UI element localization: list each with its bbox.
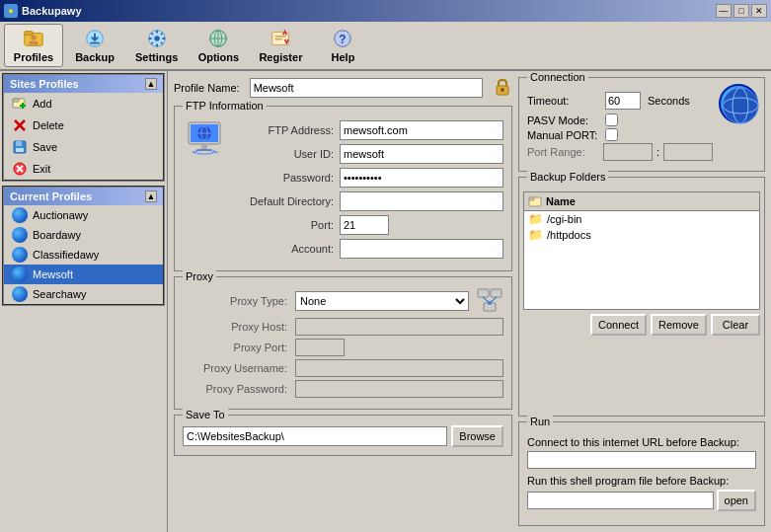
port-label: Port: [226,219,340,231]
sidebar-item-delete[interactable]: Delete [4,114,163,136]
open-button[interactable]: open [717,490,756,511]
ftp-address-input[interactable] [340,120,503,140]
menu-backup-label: Backup [75,51,115,63]
profile-classifiedawy[interactable]: Classifiedawy [4,245,163,265]
window-title: Backupawy [22,5,82,17]
sites-profiles-collapse[interactable]: ▲ [145,78,157,90]
folder-header-icon [528,194,542,208]
folder-item-cgi-bin[interactable]: 📁 /cgi-bin [524,211,759,227]
profiles-icon [22,28,45,49]
default-dir-label: Default Directory: [226,195,340,207]
run-shell-input[interactable] [527,492,714,509]
save-icon [12,139,28,155]
profile-mewsoft[interactable]: Mewsoft [4,265,163,284]
default-dir-input[interactable] [340,191,503,211]
menu-options[interactable]: Options [189,24,248,67]
menu-settings[interactable]: Settings [126,24,187,67]
manual-port-checkbox[interactable] [605,128,618,141]
ftp-info-title: FTP Information [183,100,267,112]
proxy-password-input[interactable] [295,380,503,398]
sidebar-item-add[interactable]: Add [4,93,163,114]
proxy-host-label: Proxy Host: [183,321,291,333]
sidebar-item-save[interactable]: Save [4,136,163,158]
account-input[interactable] [340,239,503,259]
center-column: Profile Name: FTP Information [174,77,512,526]
minimize-button[interactable]: — [716,4,732,18]
profile-boardawy[interactable]: Boardawy [4,225,163,245]
profile-name-row: Profile Name: [174,77,512,99]
profile-name-input[interactable] [250,78,483,98]
timeout-input[interactable] [605,92,641,110]
svg-point-7 [154,36,160,41]
proxy-username-input[interactable] [295,359,503,377]
userid-label: User ID: [226,148,340,160]
proxy-network-icons [476,287,503,315]
menu-backup[interactable]: Backup [65,24,124,67]
folder-item-httpdocs[interactable]: 📁 /httpdocs [524,227,759,243]
timeout-label: Timeout: [527,95,601,107]
pasv-checkbox[interactable] [605,114,618,126]
profile-searchawy[interactable]: Searchawy [4,284,163,304]
title-bar: ● Backupawy — □ ✕ [0,0,771,22]
sites-profiles-header: Sites Profiles ▲ [4,75,163,93]
clear-button[interactable]: Clear [711,314,760,336]
folder-httpdocs-label: /httpdocs [547,229,591,241]
saveto-path-input[interactable] [183,426,447,446]
connect-button[interactable]: Connect [590,314,647,336]
current-profiles-collapse[interactable]: ▲ [145,190,157,202]
port-range-from-input [603,143,653,161]
backup-folders-group: Backup Folders Name 📁 /cgi-bin [518,177,765,417]
menu-register[interactable]: Register [250,24,311,67]
menu-help[interactable]: ? Help [313,24,372,67]
remove-button[interactable]: Remove [651,314,707,336]
sidebar-item-exit[interactable]: Exit [4,158,163,180]
svg-point-44 [488,301,492,305]
backup-folders-title: Backup Folders [527,171,608,183]
profile-searchawy-label: Searchawy [33,288,86,300]
globe-icon-searchawy [12,286,28,302]
svg-rect-5 [90,42,99,44]
proxy-username-row: Proxy Username: [183,359,503,377]
run-internet-input[interactable] [527,451,756,469]
password-label: Password: [226,172,340,184]
world-decoration-icon [719,84,758,123]
browse-button[interactable]: Browse [451,425,503,447]
close-button[interactable]: ✕ [751,4,767,18]
svg-rect-3 [29,41,38,45]
proxy-type-label: Proxy Type: [183,295,291,307]
proxy-password-row: Proxy Password: [183,380,503,398]
register-icon [269,28,292,49]
proxy-port-label: Proxy Port: [183,342,291,353]
svg-point-2 [31,35,37,40]
menu-profiles-label: Profiles [14,51,53,63]
current-profiles-title: Current Profiles [10,190,92,202]
right-panel: Profile Name: FTP Information [168,71,771,532]
password-input[interactable] [340,168,503,188]
svg-rect-26 [16,148,24,152]
port-input[interactable] [340,215,389,235]
add-label: Add [33,98,52,110]
sites-profiles-section: Sites Profiles ▲ Add [2,73,165,182]
proxy-host-input[interactable] [295,318,503,336]
saveto-group: Save To Browse [174,415,512,456]
add-icon [12,96,28,112]
maximize-button[interactable]: □ [733,4,749,18]
profile-auctionawy[interactable]: Auctionawy [4,205,163,225]
menu-settings-label: Settings [135,51,178,63]
folder-cgi-icon: 📁 [528,212,543,226]
folder-list-header: Name [524,192,759,211]
run-title: Run [527,416,553,427]
svg-rect-50 [529,197,534,200]
svg-point-31 [501,88,504,92]
ftp-computer-icon [187,120,222,162]
menu-profiles[interactable]: Profiles [4,24,63,67]
timeout-row: Timeout: Seconds [527,92,715,110]
proxy-port-input[interactable] [295,339,345,356]
delete-icon [12,117,28,133]
current-profiles-section: Current Profiles ▲ Auctionawy Boardawy C… [2,186,165,306]
timeout-unit: Seconds [648,95,690,107]
userid-input[interactable] [340,144,503,164]
proxy-type-select[interactable]: None HTTP SOCKS4 SOCKS5 [295,291,469,311]
svg-rect-25 [16,141,22,146]
main-content: Sites Profiles ▲ Add [0,71,771,532]
